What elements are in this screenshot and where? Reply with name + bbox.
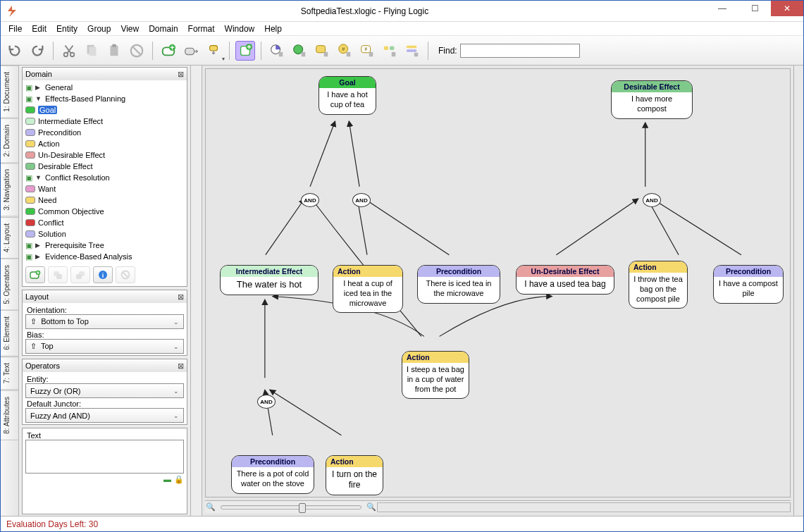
add-junctor-button[interactable] (235, 41, 255, 61)
tree-general[interactable]: ▣▶General (25, 82, 184, 93)
domain-dup-fwd-button[interactable] (70, 266, 90, 283)
tree-cr-common[interactable]: Common Objective (25, 206, 184, 217)
tree-cr-want[interactable]: Want (25, 183, 184, 194)
close-button[interactable]: ✕ (771, 1, 803, 16)
zoom-thumb[interactable] (299, 503, 306, 513)
confidence-spinner-button[interactable] (267, 41, 287, 61)
entity-titles-button[interactable] (402, 41, 422, 61)
svg-rect-37 (76, 274, 82, 279)
layout-panel-close-icon[interactable]: ⊠ (178, 292, 184, 302)
tree-cr[interactable]: ▣▼Conflict Resolution (25, 172, 184, 183)
add-entity-button[interactable] (159, 41, 178, 61)
maximize-button[interactable]: ☐ (738, 1, 771, 16)
annotations-button[interactable] (312, 41, 332, 61)
text-input[interactable] (25, 440, 184, 474)
tree-ebp-action[interactable]: Action (25, 138, 184, 149)
menu-entity[interactable]: Entity (51, 23, 82, 35)
cut-button[interactable] (59, 41, 79, 61)
side-tab-navigation[interactable]: 3: Navigation (1, 163, 18, 216)
side-tab-element[interactable]: 6: Element (1, 310, 18, 357)
tree-cr-need[interactable]: Need (25, 194, 184, 206)
menu-format[interactable]: Format (183, 23, 220, 35)
operators-panel-close-icon[interactable]: ⊠ (178, 361, 184, 371)
junctor-and[interactable]: AND (301, 193, 319, 207)
side-tab-operators[interactable]: 5: Operators (1, 259, 18, 311)
tree-cr-solution[interactable]: Solution (25, 228, 184, 240)
side-tab-domain[interactable]: 2: Domain (1, 118, 18, 163)
junctor-combo[interactable]: Fuzzy And (AND)⌄ (25, 408, 184, 423)
bias-combo[interactable]: ⇧ Top⌄ (25, 339, 184, 354)
svg-rect-10 (185, 48, 194, 54)
node-body: I steep a tea bag in a cup of water from… (402, 363, 469, 398)
side-tab-text[interactable]: 7: Text (1, 357, 18, 390)
node-action-throw[interactable]: Action I throw the tea bag on the compos… (629, 261, 688, 309)
undo-button[interactable] (5, 41, 25, 61)
menu-file[interactable]: File (4, 23, 27, 35)
minimize-button[interactable]: — (706, 1, 738, 16)
entity-class-button[interactable] (380, 41, 400, 61)
node-desirable[interactable]: Desirable Effect I have more compost (611, 80, 693, 119)
zoom-in-icon[interactable]: 🔍 (366, 502, 377, 512)
sidebar-scrollbar[interactable] (191, 66, 202, 516)
diagram-canvas[interactable]: Goal I have a hot cup of tea Desirable E… (205, 68, 791, 497)
menu-window[interactable]: Window (220, 23, 260, 35)
orientation-combo[interactable]: ⇧ Bottom to Top⌄ (25, 314, 184, 329)
tree-ebp[interactable]: ▣▼Effects-Based Planning (25, 93, 184, 104)
entity-id-button[interactable]: # (357, 41, 377, 61)
svg-rect-25 (369, 51, 373, 56)
tree-ebp-intermediate[interactable]: Intermediate Effect (25, 116, 184, 127)
tree-ebp-desirable[interactable]: Desirable Effect (25, 161, 184, 172)
node-goal[interactable]: Goal I have a hot cup of tea (318, 76, 376, 115)
tree-prereq[interactable]: ▣▶Prerequisite Tree (25, 240, 184, 251)
node-intermediate[interactable]: Intermediate Effect The water is hot (220, 265, 318, 295)
zoom-out-icon[interactable]: 🔍 (205, 502, 216, 512)
domain-new-button[interactable] (25, 266, 45, 283)
domain-panel-close-icon[interactable]: ⊠ (178, 70, 184, 79)
orientation-label: Orientation: (25, 304, 184, 314)
junctor-and[interactable]: AND (352, 193, 371, 207)
node-action-heat[interactable]: Action I heat a cup of iced tea in the m… (333, 265, 403, 313)
tree-cr-conflict[interactable]: Conflict (25, 217, 184, 228)
junctor-and[interactable]: AND (257, 395, 276, 409)
tree-ebp-precondition[interactable]: Precondition (25, 127, 184, 138)
menu-group[interactable]: Group (82, 23, 116, 35)
edge-weights-button[interactable] (290, 41, 309, 61)
side-tab-attributes[interactable]: 8: Attributes (1, 390, 18, 440)
copy-button[interactable] (82, 41, 101, 61)
node-precond-iced[interactable]: Precondition There is iced tea in the mi… (417, 265, 500, 304)
entity-label: Entity: (25, 373, 184, 383)
menu-edit[interactable]: Edit (27, 23, 51, 35)
domain-delete-button[interactable] (116, 266, 135, 283)
delete-button[interactable] (127, 41, 147, 61)
lock-icon[interactable]: 🔒 (174, 475, 184, 484)
vertical-scrollbar[interactable] (793, 66, 803, 516)
junctor-and[interactable]: AND (643, 193, 661, 207)
node-precond-pot[interactable]: Precondition There is a pot of cold wate… (231, 455, 314, 494)
add-following-button[interactable]: ▾ (204, 41, 223, 61)
side-tab-layout[interactable]: 4: Layout (1, 217, 18, 259)
redo-button[interactable] (27, 41, 47, 61)
annotation-numbers-button[interactable]: # (335, 41, 354, 61)
domain-dup-back-button[interactable] (48, 266, 68, 283)
menu-help[interactable]: Help (259, 23, 287, 35)
separator-icon (152, 42, 153, 60)
chevron-down-icon: ⌄ (173, 343, 179, 350)
entity-combo[interactable]: Fuzzy Or (OR)⌄ (25, 383, 184, 398)
tree-eba[interactable]: ▣▶Evidence-Based Analysis (25, 251, 184, 262)
menu-view[interactable]: View (116, 23, 144, 35)
find-input[interactable] (460, 44, 580, 58)
paste-button[interactable] (104, 41, 124, 61)
tree-ebp-goal[interactable]: Goal (25, 104, 184, 116)
side-tab-document[interactable]: 1: Document (1, 66, 18, 118)
domain-info-button[interactable]: i (93, 266, 113, 283)
node-precond-pile[interactable]: Precondition I have a compost pile (713, 265, 784, 304)
node-action-fire[interactable]: Action I turn on the fire (326, 455, 383, 495)
node-body: There is a pot of cold water on the stov… (232, 467, 314, 493)
horizontal-scrollbar[interactable] (377, 502, 791, 512)
tree-ebp-undesirable[interactable]: Un-Desirable Effect (25, 149, 184, 161)
zoom-slider[interactable] (221, 505, 361, 509)
node-undesirable[interactable]: Un-Desirable Effect I have a used tea ba… (516, 265, 614, 295)
add-preceding-button[interactable] (181, 41, 201, 61)
node-action-steep[interactable]: Action I steep a tea bag in a cup of wat… (402, 351, 469, 399)
menu-domain[interactable]: Domain (144, 23, 183, 35)
